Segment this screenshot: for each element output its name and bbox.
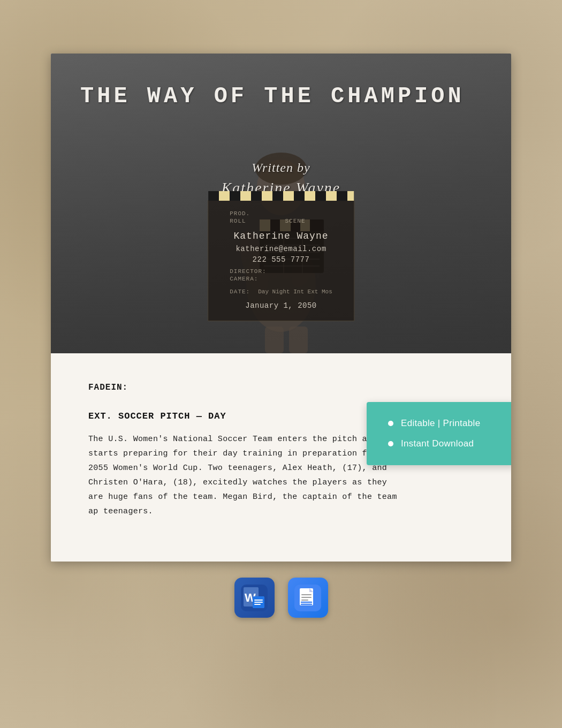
director-meta: DIRECTOR: CAMERA:: [230, 268, 332, 282]
written-by-label: Written by: [51, 161, 511, 175]
title-area: THE WAY OF THE CHAMPION: [51, 54, 511, 110]
info-box: Editable | Printable Instant Download: [367, 402, 511, 465]
word-app-icon[interactable]: W: [234, 578, 275, 618]
date-meta: DATE: Day Night Int Ext Mos: [230, 289, 332, 295]
prod-label: PROD.: [230, 210, 277, 217]
main-title: THE WAY OF THE CHAMPION: [80, 83, 482, 110]
svg-rect-18: [289, 327, 308, 353]
bottom-toolbar: W: [51, 562, 511, 623]
info-item-editable: Editable | Printable: [388, 418, 495, 429]
download-label: Instant Download: [401, 438, 474, 449]
director-label: DIRECTOR:: [230, 268, 295, 275]
camera-label: CAMERA:: [230, 276, 295, 282]
fadein-label: FADEIN:: [88, 383, 474, 392]
prod-value: [285, 210, 332, 217]
date-label: DATE:: [230, 289, 250, 295]
camera-value: [303, 276, 332, 282]
roll-label: ROLL: [230, 218, 277, 224]
day-night-value: Day Night Int Ext Mos: [258, 289, 332, 295]
document-card: THE WAY OF THE CHAMPION Written by Kathe…: [51, 54, 511, 562]
svg-rect-17: [265, 327, 284, 353]
clapperboard-meta: PROD. ROLL SCENE: [230, 210, 332, 224]
script-content: FADEIN: EXT. SOCCER PITCH — DAY The U.S.…: [51, 353, 511, 562]
cover-section: THE WAY OF THE CHAMPION Written by Kathe…: [51, 54, 511, 353]
contact-info-box: PROD. ROLL SCENE Katherine Wayne katheri…: [208, 200, 354, 321]
scene-clap-label: SCENE: [285, 218, 332, 224]
bullet-dot-2: [388, 441, 393, 446]
contact-name: Katherine Wayne: [230, 231, 332, 241]
action-text: The U.S. Women's National Soccer Team en…: [88, 432, 404, 519]
docs-app-icon[interactable]: [288, 578, 328, 618]
page-wrapper: THE WAY OF THE CHAMPION Written by Kathe…: [0, 0, 562, 728]
director-value: [303, 268, 332, 275]
contact-date: January 1, 2050: [230, 301, 332, 310]
bullet-dot-1: [388, 421, 393, 426]
editable-label: Editable | Printable: [401, 418, 480, 429]
contact-phone: 222 555 7777: [230, 255, 332, 264]
info-item-download: Instant Download: [388, 438, 495, 449]
contact-email: katherine@email.com: [230, 245, 332, 253]
